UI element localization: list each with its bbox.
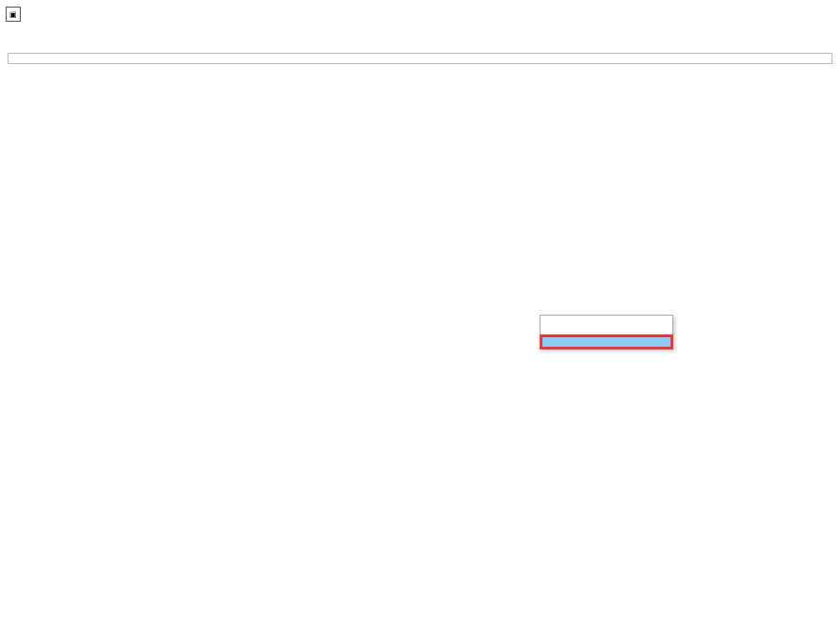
applications-panel: [8, 53, 832, 64]
close-button[interactable]: [792, 1, 834, 27]
app-icon: ▣: [6, 7, 21, 22]
ctx-mute-unmute[interactable]: [541, 316, 672, 325]
ctx-route-highlight: [540, 334, 673, 350]
maximize-button[interactable]: [750, 1, 792, 27]
titlebar: ▣: [0, 0, 840, 28]
ctx-duplicate[interactable]: [541, 325, 672, 334]
ctx-route[interactable]: [542, 337, 670, 347]
context-menu: [540, 315, 673, 350]
minimize-button[interactable]: [707, 1, 750, 27]
ctx-route-wrap: [541, 334, 672, 350]
menubar: [0, 28, 840, 49]
